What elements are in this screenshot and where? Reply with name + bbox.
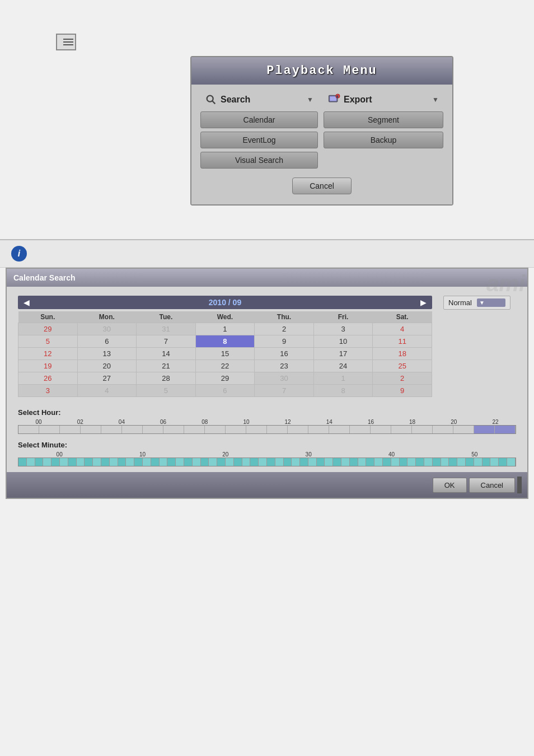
minute-cell[interactable] — [350, 458, 358, 466]
calendar-day[interactable]: 8 — [195, 335, 255, 348]
footer-cancel-button[interactable]: Cancel — [469, 478, 515, 493]
hour-bar[interactable] — [18, 425, 516, 434]
minute-cell[interactable] — [160, 458, 168, 466]
hour-cell[interactable] — [267, 426, 288, 433]
minute-cell[interactable] — [193, 458, 201, 466]
minute-cell[interactable] — [457, 458, 466, 466]
minute-cell[interactable] — [143, 458, 151, 466]
calendar-day[interactable]: 1 — [313, 372, 373, 385]
calendar-day[interactable]: 5 — [18, 335, 78, 348]
hour-cell[interactable] — [329, 426, 350, 433]
calendar-day[interactable]: 2 — [255, 323, 314, 335]
minute-cell[interactable] — [300, 458, 308, 466]
hour-cell[interactable] — [412, 426, 433, 433]
minute-cell[interactable] — [209, 458, 217, 466]
calendar-day[interactable]: 14 — [137, 348, 196, 360]
hour-cell[interactable] — [350, 426, 371, 433]
calendar-day[interactable]: 6 — [77, 335, 137, 348]
minute-cell[interactable] — [18, 458, 27, 466]
calendar-day[interactable]: 20 — [77, 360, 137, 372]
calendar-day[interactable]: 17 — [313, 348, 373, 360]
hour-cell[interactable] — [246, 426, 267, 433]
hour-cell[interactable] — [18, 426, 39, 433]
calendar-day[interactable]: 6 — [195, 385, 255, 397]
hour-cell[interactable] — [39, 426, 60, 433]
minute-cell[interactable] — [507, 458, 516, 466]
minute-cell[interactable] — [250, 458, 259, 466]
minute-cell[interactable] — [366, 458, 374, 466]
minute-cell[interactable] — [374, 458, 383, 466]
calendar-day[interactable]: 3 — [313, 323, 373, 335]
minute-cell[interactable] — [93, 458, 101, 466]
hour-cell[interactable] — [60, 426, 81, 433]
calendar-day[interactable]: 24 — [313, 360, 373, 372]
cancel-button[interactable]: Cancel — [292, 178, 352, 194]
minute-cell[interactable] — [226, 458, 234, 466]
calendar-day[interactable]: 1 — [195, 323, 255, 335]
calendar-day[interactable]: 23 — [255, 360, 314, 372]
hour-cell[interactable] — [308, 426, 329, 433]
minute-cell[interactable] — [383, 458, 391, 466]
minute-cell[interactable] — [134, 458, 143, 466]
minute-cell[interactable] — [77, 458, 85, 466]
minute-cell[interactable] — [242, 458, 251, 466]
minute-cell[interactable] — [466, 458, 474, 466]
calendar-day[interactable]: 7 — [137, 335, 196, 348]
hour-cell[interactable] — [143, 426, 163, 433]
minute-cell[interactable] — [433, 458, 441, 466]
calendar-day[interactable]: 9 — [255, 335, 314, 348]
visual-search-button[interactable]: Visual Search — [200, 152, 318, 169]
calendar-day[interactable]: 29 — [195, 372, 255, 385]
hour-cell[interactable] — [163, 426, 184, 433]
calendar-day[interactable]: 4 — [373, 323, 432, 335]
calendar-day[interactable]: 31 — [137, 323, 196, 335]
minute-cell[interactable] — [27, 458, 35, 466]
minute-cell[interactable] — [499, 458, 507, 466]
minute-cell[interactable] — [490, 458, 499, 466]
minute-cell[interactable] — [407, 458, 416, 466]
calendar-day[interactable]: 29 — [18, 323, 78, 335]
calendar-day[interactable]: 30 — [255, 372, 314, 385]
calendar-day[interactable]: 7 — [255, 385, 314, 397]
hour-cell[interactable] — [226, 426, 246, 433]
calendar-day[interactable]: 10 — [313, 335, 373, 348]
minute-cell[interactable] — [391, 458, 400, 466]
calendar-day[interactable]: 13 — [77, 348, 137, 360]
hour-cell[interactable] — [474, 426, 495, 433]
minute-cell[interactable] — [341, 458, 350, 466]
calendar-day[interactable]: 19 — [18, 360, 78, 372]
calendar-day[interactable]: 25 — [373, 360, 432, 372]
minute-cell[interactable] — [474, 458, 483, 466]
calendar-day[interactable]: 5 — [137, 385, 196, 397]
minute-cell[interactable] — [51, 458, 60, 466]
backup-button[interactable]: Backup — [324, 132, 443, 148]
calendar-day[interactable]: 26 — [18, 372, 78, 385]
minute-cell[interactable] — [308, 458, 317, 466]
calendar-day[interactable]: 11 — [373, 335, 432, 348]
minute-cell[interactable] — [85, 458, 93, 466]
next-month-button[interactable]: ▶ — [415, 296, 432, 309]
normal-dropdown[interactable]: Normal ▼ — [443, 296, 510, 310]
minute-cell[interactable] — [284, 458, 292, 466]
hour-cell[interactable] — [371, 426, 391, 433]
hour-cell[interactable] — [495, 426, 516, 433]
menu-icon-button[interactable] — [56, 34, 76, 50]
minute-cell[interactable] — [259, 458, 267, 466]
calendar-day[interactable]: 3 — [18, 385, 78, 397]
minute-cell[interactable] — [43, 458, 51, 466]
hour-cell[interactable] — [101, 426, 122, 433]
calendar-day[interactable]: 2 — [373, 372, 432, 385]
calendar-day[interactable]: 4 — [77, 385, 137, 397]
minute-cell[interactable] — [333, 458, 341, 466]
minute-cell[interactable] — [483, 458, 491, 466]
calendar-day[interactable]: 21 — [137, 360, 196, 372]
minute-cell[interactable] — [275, 458, 284, 466]
minute-cell[interactable] — [110, 458, 118, 466]
minute-cell[interactable] — [167, 458, 176, 466]
calendar-day[interactable]: 12 — [18, 348, 78, 360]
hour-cell[interactable] — [433, 426, 453, 433]
calendar-day[interactable]: 16 — [255, 348, 314, 360]
minute-cell[interactable] — [35, 458, 44, 466]
minute-cell[interactable] — [292, 458, 300, 466]
minute-cell[interactable] — [184, 458, 193, 466]
